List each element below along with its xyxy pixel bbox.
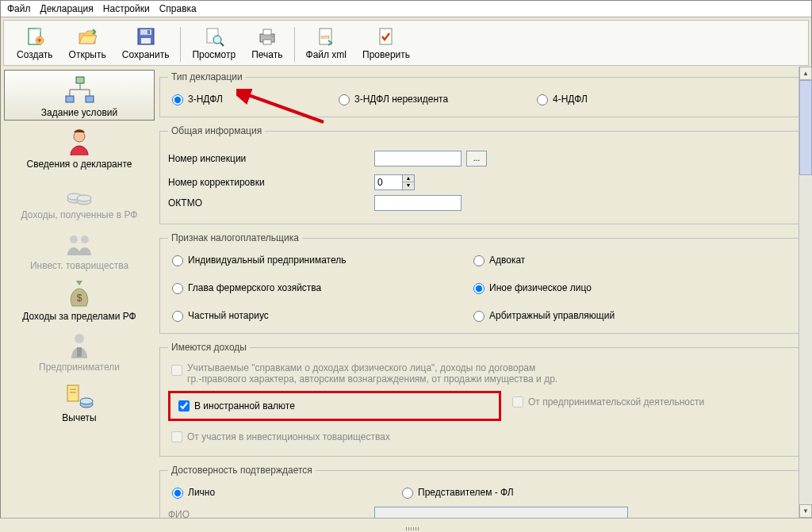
- money-bag-icon: $: [63, 279, 96, 311]
- radio-label: Глава фермерского хозяйства: [188, 282, 321, 293]
- checkbox-label: Учитываемые "справками о доходах физичес…: [187, 362, 557, 385]
- status-bar: [0, 518, 812, 532]
- menu-settings[interactable]: Настройки: [103, 3, 150, 14]
- create-label: Создать: [17, 49, 53, 60]
- sidebar-item-declarant[interactable]: Сведения о декларанте: [4, 122, 155, 171]
- sidebar-item-invest[interactable]: Инвест. товарищества: [4, 224, 155, 273]
- sidebar-label: Вычеты: [62, 412, 96, 423]
- oktmo-input[interactable]: [374, 195, 462, 211]
- svg-point-9: [213, 36, 221, 44]
- sidebar-label: Сведения о декларанте: [27, 159, 132, 170]
- checkbox-foreign-currency[interactable]: В иностранной валюте: [175, 398, 295, 414]
- coins-icon: [63, 178, 96, 209]
- correction-input[interactable]: [374, 174, 403, 190]
- sidebar-item-deductions[interactable]: Вычеты: [4, 376, 155, 425]
- svg-point-35: [80, 398, 93, 404]
- vertical-scrollbar[interactable]: ▲ ▼: [799, 67, 812, 518]
- radio-other-person[interactable]: Иное физическое лицо: [469, 281, 791, 294]
- spinner-up[interactable]: ▲: [403, 175, 414, 182]
- svg-rect-19: [66, 96, 74, 102]
- toolbar-separator: [180, 27, 181, 62]
- radio-personally[interactable]: Лично: [168, 485, 398, 499]
- sidebar-item-conditions[interactable]: Задание условий: [4, 70, 155, 121]
- magnifier-page-icon: [203, 25, 225, 48]
- scroll-thumb[interactable]: [799, 80, 812, 175]
- checkbox-label: От участия в инвестиционных товарищества…: [187, 431, 390, 442]
- preview-button[interactable]: Просмотр: [184, 24, 243, 62]
- svg-point-27: [81, 235, 89, 243]
- toolbar: ✳ Создать Открыть Сохранить Просмотр Печ…: [3, 20, 809, 66]
- inspection-browse-button[interactable]: ...: [466, 151, 487, 166]
- body-split: Задание условий Сведения о декларанте До…: [1, 68, 811, 527]
- menu-declaration[interactable]: Декларация: [40, 3, 94, 14]
- radio-arbitration[interactable]: Арбитражный управляющий: [469, 308, 791, 322]
- xml-file-icon: xml: [315, 25, 337, 48]
- sidebar-item-entrepreneurs[interactable]: Предприниматели: [4, 325, 155, 374]
- scroll-up-button[interactable]: ▲: [799, 67, 812, 80]
- open-folder-icon: [76, 25, 98, 48]
- print-label: Печать: [251, 49, 282, 60]
- checkbox-investment[interactable]: От участия в инвестиционных товарищества…: [168, 429, 791, 445]
- checkbox-label: От предпринимательской деятельности: [528, 396, 704, 408]
- radio-entrepreneur[interactable]: Индивидуальный предприниматель: [168, 253, 469, 266]
- svg-rect-30: [77, 347, 82, 357]
- save-label: Сохранить: [122, 49, 170, 60]
- radio-label: 3-НДФЛ нерезидента: [354, 94, 448, 105]
- radio-representative[interactable]: Представителем - ФЛ: [398, 485, 791, 499]
- svg-rect-12: [263, 29, 271, 35]
- type-legend: Тип декларации: [168, 71, 246, 82]
- svg-point-25: [77, 195, 91, 201]
- preview-label: Просмотр: [192, 49, 236, 60]
- radio-label: Адвокат: [489, 255, 525, 266]
- svg-line-10: [220, 43, 224, 46]
- check-button[interactable]: Проверить: [354, 24, 418, 62]
- sidebar-label: Инвест. товарищества: [30, 260, 128, 271]
- receipt-coins-icon: [63, 381, 96, 412]
- save-button[interactable]: Сохранить: [114, 24, 178, 62]
- incomes-group: Имеются доходы Учитываемые "справками о …: [159, 342, 800, 457]
- trust-legend: Достоверность подтверждается: [168, 465, 316, 476]
- person-icon: [63, 127, 96, 159]
- oktmo-label: ОКТМО: [168, 197, 374, 209]
- radio-label: 4-НДФЛ: [553, 94, 588, 105]
- radio-3ndfl[interactable]: 3-НДФЛ: [168, 92, 327, 105]
- checkbox-income-certificates[interactable]: Учитываемые "справками о доходах физичес…: [168, 362, 791, 385]
- radio-lawyer[interactable]: Адвокат: [469, 253, 791, 266]
- sidebar-item-income-rf[interactable]: Доходы, полученные в РФ: [4, 173, 155, 222]
- radio-label: 3-НДФЛ: [188, 94, 223, 105]
- check-label: Проверить: [362, 49, 410, 60]
- menu-help[interactable]: Справка: [159, 3, 197, 14]
- sidebar-item-income-abroad[interactable]: $ Доходы за пределами РФ: [4, 274, 155, 323]
- radio-label: Представителем - ФЛ: [418, 487, 514, 498]
- radio-4ndfl[interactable]: 4-НДФЛ: [533, 92, 691, 105]
- svg-rect-7: [147, 30, 150, 34]
- checkbox-label: В иностранной валюте: [194, 400, 295, 411]
- radio-label: Частный нотариус: [188, 310, 269, 321]
- sidebar: Задание условий Сведения о декларанте До…: [1, 68, 158, 527]
- correction-spinner[interactable]: ▲ ▼: [374, 174, 791, 190]
- svg-rect-6: [141, 38, 151, 44]
- highlight-foreign-currency: В иностранной валюте: [168, 391, 501, 421]
- scroll-down-button[interactable]: ▼: [799, 504, 812, 518]
- radio-3ndfl-nonresident[interactable]: 3-НДФЛ нерезидента: [335, 92, 525, 105]
- info-legend: Общая информация: [168, 125, 265, 136]
- svg-point-26: [70, 235, 78, 243]
- sidebar-label: Предприниматели: [39, 362, 120, 373]
- xml-button[interactable]: xml Файл xml: [298, 24, 355, 62]
- print-button[interactable]: Печать: [243, 24, 290, 62]
- radio-label: Арбитражный управляющий: [489, 310, 615, 321]
- inspection-input[interactable]: [374, 151, 462, 166]
- checkbox-entrepreneurial[interactable]: От предпринимательской деятельности: [509, 394, 791, 410]
- radio-label: Индивидуальный предприниматель: [188, 255, 346, 266]
- menu-file[interactable]: Файл: [7, 3, 31, 14]
- svg-text:$: $: [77, 293, 82, 304]
- open-button[interactable]: Открыть: [61, 24, 114, 62]
- spinner-down[interactable]: ▼: [403, 182, 414, 189]
- radio-farmer[interactable]: Глава фермерского хозяйства: [168, 281, 469, 294]
- taxpayer-group: Признак налогоплательщика Индивидуальный…: [159, 232, 800, 334]
- flowchart-icon: [63, 75, 96, 107]
- radio-notary[interactable]: Частный нотариус: [168, 308, 469, 322]
- create-button[interactable]: ✳ Создать: [9, 24, 61, 62]
- new-file-icon: ✳: [24, 25, 46, 48]
- incomes-legend: Имеются доходы: [168, 342, 250, 353]
